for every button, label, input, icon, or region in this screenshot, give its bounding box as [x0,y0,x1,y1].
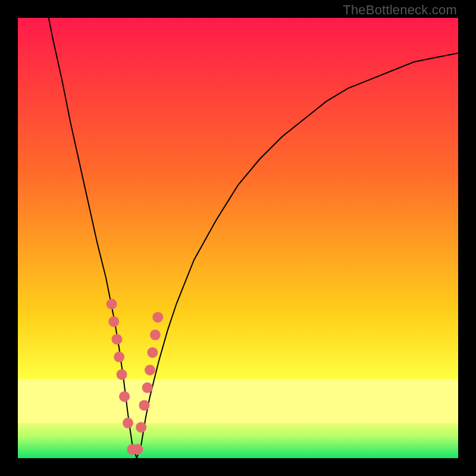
marker-dot [119,391,130,402]
marker-dot [145,365,155,375]
marker-dot [136,422,146,433]
marker-dot [142,383,153,393]
marker-dot [108,317,119,327]
bottleneck-curve [49,18,458,458]
watermark-text: TheBottleneck.com [343,2,457,18]
marker-dot [150,330,161,340]
marker-dot [123,418,133,428]
marker-dot [112,334,123,345]
marker-dot [114,352,124,362]
marker-dot [147,347,158,358]
plot-area [18,18,458,458]
marker-dot [117,369,127,380]
marker-dot [152,312,163,322]
chart-svg [18,18,458,458]
marker-dot [139,400,149,411]
marker-dot [107,299,117,309]
chart-frame: TheBottleneck.com [0,0,476,476]
marker-dot [132,444,143,455]
